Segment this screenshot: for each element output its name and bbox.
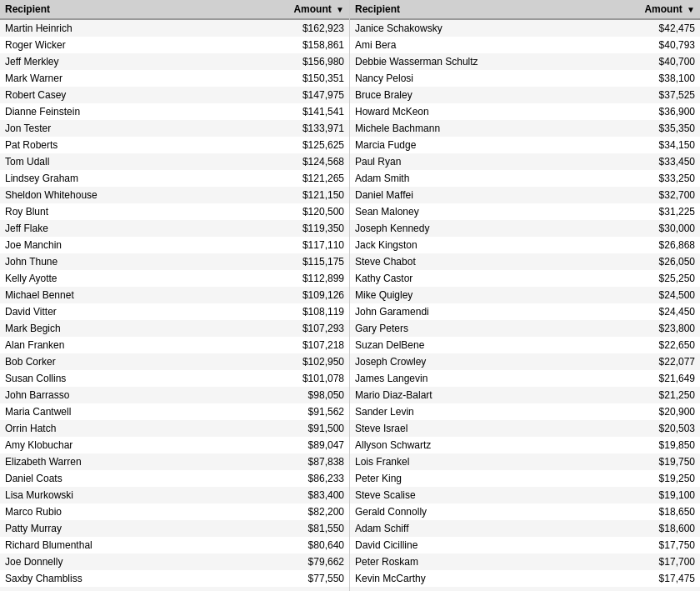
amount-cell: $83,400	[219, 487, 349, 503]
main-container: Recipient Amount ▼ Martin Heinrich$162,9…	[0, 0, 700, 591]
recipient-cell: David Vitter	[0, 303, 219, 320]
table-row: Roger Wicker$158,861	[0, 37, 349, 53]
amount-cell: $26,050	[591, 253, 700, 270]
amount-cell: $19,750	[591, 453, 700, 470]
table-row: Adam Smith$33,250	[350, 170, 700, 187]
left-sort-arrow: ▼	[336, 5, 344, 14]
amount-cell: $109,126	[219, 287, 349, 303]
amount-cell: $25,250	[591, 270, 700, 287]
recipient-cell: Gary Peters	[350, 320, 591, 337]
table-row: Jeff Flake$119,350	[0, 220, 349, 237]
table-row: Robert Casey$147,975	[0, 87, 349, 103]
table-row: Bruce Braley$37,525	[350, 87, 700, 103]
left-amount-header[interactable]: Amount ▼	[219, 0, 349, 19]
recipient-cell: Lois Frankel	[350, 453, 591, 470]
table-row: James Langevin$21,649	[350, 370, 700, 387]
amount-cell: $141,541	[219, 103, 349, 120]
amount-cell: $150,351	[219, 70, 349, 87]
amount-cell: $17,750	[591, 537, 700, 553]
amount-cell: $31,225	[591, 203, 700, 220]
table-row: Roy Blunt$120,500	[0, 203, 349, 220]
table-row: Kathy Castor$25,250	[350, 270, 700, 287]
amount-cell: $40,793	[591, 37, 700, 53]
recipient-cell: Sean Maloney	[350, 203, 591, 220]
table-row: Pat Roberts$125,625	[0, 137, 349, 153]
table-row: Bob Corker$102,950	[0, 353, 349, 370]
table-row: Joe Donnelly$79,662	[0, 553, 349, 570]
recipient-cell: Michael Bennet	[0, 287, 219, 303]
amount-cell: $121,265	[219, 170, 349, 187]
recipient-cell: Elizabeth Warren	[0, 453, 219, 470]
recipient-cell: Kathy Castor	[350, 270, 591, 287]
recipient-cell: Alan Franken	[0, 337, 219, 353]
right-table-wrapper: Recipient Amount ▼ Janice Schakowsky$42,…	[350, 0, 700, 591]
amount-cell: $19,250	[591, 470, 700, 487]
recipient-cell: Joe Donnelly	[0, 553, 219, 570]
left-header-row: Recipient Amount ▼	[0, 0, 349, 19]
recipient-cell: Pat Roberts	[0, 137, 219, 153]
recipient-cell: Tim Scott	[0, 587, 219, 591]
recipient-cell: Debbie Wasserman Schultz	[350, 53, 591, 70]
table-row: Sheldon Whitehouse$121,150	[0, 187, 349, 203]
table-row: Alan Franken$107,218	[0, 337, 349, 353]
amount-cell: $36,900	[591, 103, 700, 120]
recipient-cell: Joseph Kennedy	[350, 220, 591, 237]
recipient-cell: Sheldon Whitehouse	[0, 187, 219, 203]
amount-cell: $108,119	[219, 303, 349, 320]
right-recipient-header[interactable]: Recipient	[350, 0, 591, 19]
table-row: Suzan DelBene$22,650	[350, 337, 700, 353]
recipient-cell: Allyson Schwartz	[350, 437, 591, 453]
table-row: Ami Bera$40,793	[350, 37, 700, 53]
recipient-cell: Peter Roskam	[350, 553, 591, 570]
recipient-cell: John Garamendi	[350, 303, 591, 320]
amount-cell: $22,077	[591, 353, 700, 370]
recipient-cell: John Thune	[0, 253, 219, 270]
recipient-cell: Marco Rubio	[0, 503, 219, 520]
left-table-wrapper: Recipient Amount ▼ Martin Heinrich$162,9…	[0, 0, 350, 591]
table-row: Mario Diaz-Balart$21,250	[350, 387, 700, 403]
amount-cell: $34,150	[591, 137, 700, 153]
amount-cell: $101,078	[219, 370, 349, 387]
amount-cell: $33,250	[591, 170, 700, 187]
amount-cell: $107,293	[219, 320, 349, 337]
amount-cell: $42,475	[591, 19, 700, 37]
recipient-cell: Patty Murray	[0, 520, 219, 537]
recipient-cell: Daniel Coats	[0, 470, 219, 487]
recipient-cell: Steve Chabot	[350, 253, 591, 270]
table-row: Peter King$19,250	[350, 470, 700, 487]
recipient-cell: Michele Bachmann	[350, 120, 591, 137]
recipient-cell: Lindsey Graham	[0, 170, 219, 187]
recipient-cell: Roy Blunt	[0, 203, 219, 220]
table-row: Jeff Merkley$156,980	[0, 53, 349, 70]
amount-cell: $87,838	[219, 453, 349, 470]
amount-cell: $89,047	[219, 437, 349, 453]
right-amount-header[interactable]: Amount ▼	[591, 0, 700, 19]
amount-cell: $21,649	[591, 370, 700, 387]
recipient-cell: Kelly Ayotte	[0, 270, 219, 287]
recipient-cell: James Langevin	[350, 370, 591, 387]
amount-cell: $112,899	[219, 270, 349, 287]
recipient-cell: Amy Klobuchar	[0, 437, 219, 453]
amount-cell: $26,868	[591, 237, 700, 253]
amount-cell: $22,650	[591, 337, 700, 353]
table-row: Gary Peters$23,800	[350, 320, 700, 337]
recipient-cell: Orrin Hatch	[0, 420, 219, 437]
recipient-cell: Steve Scalise	[350, 487, 591, 503]
amount-cell: $23,800	[591, 320, 700, 337]
amount-cell: $125,625	[219, 137, 349, 153]
recipient-cell: Susan Collins	[0, 370, 219, 387]
table-row: David Vitter$108,119	[0, 303, 349, 320]
amount-cell: $17,475	[591, 570, 700, 587]
left-recipient-header[interactable]: Recipient	[0, 0, 219, 19]
amount-cell: $158,861	[219, 37, 349, 53]
recipient-cell: Richard Blumenthal	[0, 537, 219, 553]
table-row: Maria Cantwell$91,562	[0, 403, 349, 420]
recipient-cell: David Cicilline	[350, 537, 591, 553]
amount-cell: $20,900	[591, 403, 700, 420]
table-row: Kevin McCarthy$17,475	[350, 570, 700, 587]
recipient-cell: Tom Udall	[0, 153, 219, 170]
table-row: Lisa Murkowski$83,400	[0, 487, 349, 503]
amount-cell: $18,600	[591, 520, 700, 537]
recipient-cell: Daniel Maffei	[350, 187, 591, 203]
amount-cell: $91,500	[219, 420, 349, 437]
